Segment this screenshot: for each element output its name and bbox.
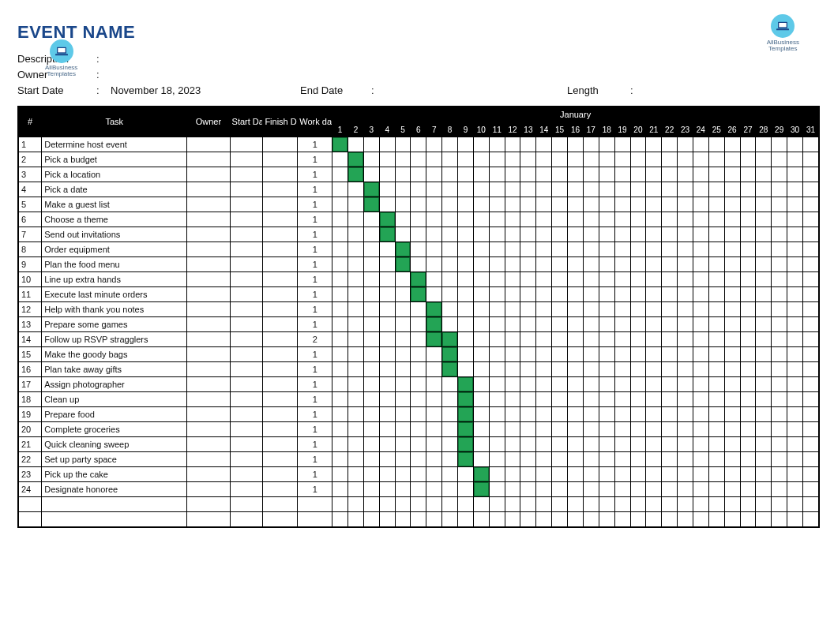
gantt-cell[interactable] [395, 182, 411, 197]
gantt-cell[interactable] [473, 512, 489, 527]
gantt-cell[interactable] [599, 152, 614, 167]
gantt-cell[interactable] [458, 332, 474, 347]
gantt-cell[interactable] [568, 362, 584, 377]
cell[interactable]: Make the goody bags [42, 347, 187, 362]
gantt-cell[interactable] [724, 497, 740, 512]
gantt-cell[interactable] [756, 407, 772, 422]
cell[interactable] [263, 272, 298, 287]
cell[interactable] [187, 467, 230, 482]
gantt-cell[interactable] [505, 302, 520, 317]
cell[interactable]: 1 [298, 452, 332, 467]
gantt-cell[interactable] [646, 137, 662, 152]
gantt-cell[interactable] [505, 317, 520, 332]
gantt-cell[interactable] [458, 497, 474, 512]
gantt-cell[interactable] [740, 287, 756, 302]
gantt-cell[interactable] [802, 482, 818, 497]
cell[interactable] [230, 467, 263, 482]
gantt-cell[interactable] [708, 287, 724, 302]
gantt-cell[interactable] [662, 317, 678, 332]
cell[interactable]: 13 [19, 317, 42, 332]
cell[interactable]: 14 [19, 332, 42, 347]
gantt-cell[interactable] [646, 197, 662, 212]
gantt-cell[interactable] [740, 422, 756, 437]
gantt-cell[interactable] [583, 182, 599, 197]
cell[interactable] [230, 302, 263, 317]
cell[interactable]: 6 [19, 212, 42, 227]
cell[interactable]: 20 [19, 422, 42, 437]
cell[interactable]: 1 [298, 407, 332, 422]
gantt-cell[interactable] [630, 152, 646, 167]
gantt-cell[interactable] [740, 182, 756, 197]
gantt-cell[interactable] [395, 152, 411, 167]
cell[interactable]: 21 [19, 437, 42, 452]
gantt-cell[interactable] [678, 347, 693, 362]
cell[interactable] [230, 392, 263, 407]
cell[interactable]: 1 [298, 362, 332, 377]
gantt-cell[interactable] [411, 152, 426, 167]
table-row[interactable]: 1Determine host event1 [19, 137, 819, 152]
gantt-cell[interactable] [489, 407, 505, 422]
cell[interactable] [187, 392, 230, 407]
gantt-cell[interactable] [678, 257, 693, 272]
gantt-cell[interactable] [614, 452, 630, 467]
gantt-cell[interactable] [787, 317, 803, 332]
gantt-cell[interactable] [693, 377, 708, 392]
gantt-cell[interactable] [662, 467, 678, 482]
gantt-cell[interactable] [646, 242, 662, 257]
gantt-cell[interactable] [756, 152, 772, 167]
cell[interactable] [187, 212, 230, 227]
gantt-cell[interactable] [693, 437, 708, 452]
cell[interactable] [187, 257, 230, 272]
gantt-cell[interactable] [708, 347, 724, 362]
gantt-cell[interactable] [473, 137, 489, 152]
gantt-cell[interactable] [332, 287, 348, 302]
cell[interactable] [187, 287, 230, 302]
gantt-cell[interactable] [740, 437, 756, 452]
gantt-cell[interactable] [583, 317, 599, 332]
gantt-cell[interactable] [787, 212, 803, 227]
cell[interactable]: 2 [19, 152, 42, 167]
gantt-cell[interactable] [426, 317, 442, 332]
gantt-cell[interactable] [740, 167, 756, 182]
gantt-cell[interactable] [363, 452, 379, 467]
gantt-cell[interactable] [552, 317, 568, 332]
gantt-cell[interactable] [520, 182, 536, 197]
gantt-cell[interactable] [724, 392, 740, 407]
gantt-cell[interactable] [740, 272, 756, 287]
cell[interactable] [263, 317, 298, 332]
gantt-cell[interactable] [473, 242, 489, 257]
gantt-cell[interactable] [473, 392, 489, 407]
gantt-cell[interactable] [724, 182, 740, 197]
gantt-table[interactable]: # Task Owner Start Date Finish Date Work… [18, 107, 819, 527]
gantt-cell[interactable] [348, 257, 364, 272]
gantt-cell[interactable] [724, 227, 740, 242]
gantt-cell[interactable] [395, 467, 411, 482]
gantt-cell[interactable] [395, 437, 411, 452]
gantt-cell[interactable] [505, 242, 520, 257]
gantt-cell[interactable] [756, 497, 772, 512]
gantt-cell[interactable] [363, 407, 379, 422]
table-row[interactable]: 14Follow up RSVP stragglers2 [19, 332, 819, 347]
gantt-cell[interactable] [693, 467, 708, 482]
cell[interactable]: 1 [298, 302, 332, 317]
gantt-cell[interactable] [458, 437, 474, 452]
gantt-cell[interactable] [458, 287, 474, 302]
gantt-cell[interactable] [583, 137, 599, 152]
gantt-cell[interactable] [772, 452, 787, 467]
gantt-cell[interactable] [379, 212, 395, 227]
gantt-cell[interactable] [599, 437, 614, 452]
gantt-cell[interactable] [348, 437, 364, 452]
cell[interactable]: Pick a location [42, 167, 187, 182]
gantt-cell[interactable] [332, 362, 348, 377]
gantt-cell[interactable] [756, 437, 772, 452]
gantt-cell[interactable] [693, 407, 708, 422]
gantt-cell[interactable] [442, 242, 458, 257]
gantt-cell[interactable] [802, 137, 818, 152]
cell[interactable] [263, 392, 298, 407]
gantt-cell[interactable] [599, 227, 614, 242]
gantt-cell[interactable] [332, 422, 348, 437]
gantt-cell[interactable] [395, 482, 411, 497]
gantt-cell[interactable] [630, 512, 646, 527]
gantt-cell[interactable] [520, 362, 536, 377]
gantt-cell[interactable] [708, 392, 724, 407]
